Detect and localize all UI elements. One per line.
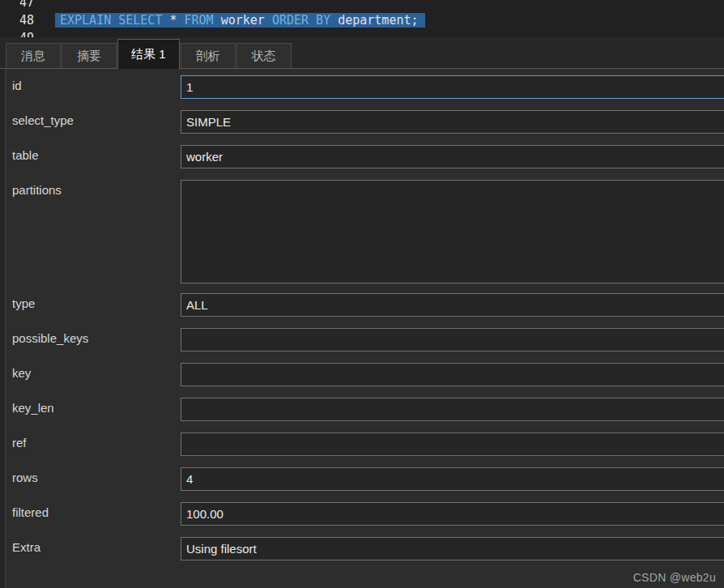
selected-sql-text: EXPLAIN SELECT * FROM worker ORDER BY de… — [55, 13, 425, 28]
tab-label: 剖析 — [196, 49, 220, 64]
field-label-filtered: filtered — [0, 502, 181, 519]
field-label-Extra: Extra — [0, 537, 181, 554]
field-label-rows: rows — [0, 467, 181, 484]
field-label-type: type — [0, 293, 181, 310]
filtered-value-input[interactable] — [181, 502, 724, 526]
field-label-id: id — [0, 75, 181, 92]
line-number: 47 — [0, 0, 42, 11]
ref-value-input[interactable] — [181, 432, 724, 456]
field-row-Extra: Extra — [0, 537, 724, 560]
tab-profile[interactable]: 剖析 — [181, 43, 236, 69]
tab-label: 摘要 — [77, 49, 101, 64]
field-row-ref: ref — [0, 432, 724, 456]
field-label-key: key — [0, 363, 181, 380]
select_type-value-input[interactable] — [181, 110, 724, 134]
tab-messages[interactable]: 消息 — [6, 43, 61, 69]
field-label-select_type: select_type — [0, 110, 181, 127]
key-value-input[interactable] — [181, 363, 724, 386]
code-line — [42, 0, 724, 11]
field-label-key_len: key_len — [0, 398, 181, 415]
tab-label: 结果 1 — [131, 47, 166, 62]
field-label-table: table — [0, 145, 181, 162]
tab-label: 状态 — [252, 49, 276, 64]
sql-token-plain: worker — [221, 13, 272, 28]
watermark: CSDN @web2u — [633, 571, 716, 584]
sql-token-keyword: ORDER BY — [272, 13, 338, 28]
editor-line-47[interactable]: 47 — [0, 0, 724, 11]
field-row-table: table — [0, 145, 724, 168]
field-label-partitions: partitions — [0, 180, 181, 197]
type-value-input[interactable] — [181, 293, 724, 317]
possible_keys-value-input[interactable] — [181, 328, 724, 352]
key_len-value-input[interactable] — [181, 398, 724, 421]
field-row-select_type: select_type — [0, 110, 724, 134]
field-row-possible_keys: possible_keys — [0, 328, 724, 352]
editor-lines: 4748EXPLAIN SELECT * FROM worker ORDER B… — [0, 0, 724, 37]
field-row-key: key — [0, 363, 724, 386]
editor-line-49[interactable]: 49 — [0, 29, 724, 37]
code-line — [42, 29, 724, 37]
field-row-id: id — [0, 75, 724, 99]
sql-token-keyword: EXPLAIN SELECT — [60, 13, 169, 28]
field-row-key_len: key_len — [0, 398, 724, 421]
field-row-filtered: filtered — [0, 502, 724, 526]
rows-value-input[interactable] — [181, 467, 724, 491]
sql-token-keyword: FROM — [185, 13, 221, 28]
field-label-ref: ref — [0, 432, 181, 450]
explain-field-list: idselect_typetablepartitionstypepossible… — [0, 69, 724, 572]
field-row-type: type — [0, 293, 724, 317]
editor-line-48[interactable]: 48EXPLAIN SELECT * FROM worker ORDER BY … — [0, 11, 724, 29]
field-row-partitions: partitions — [0, 180, 724, 283]
sql-editor[interactable]: 4748EXPLAIN SELECT * FROM worker ORDER B… — [0, 0, 724, 37]
line-number: 49 — [0, 29, 42, 37]
code-line: EXPLAIN SELECT * FROM worker ORDER BY de… — [42, 11, 724, 29]
field-label-possible_keys: possible_keys — [0, 328, 181, 345]
field-row-rows: rows — [0, 467, 724, 491]
results-tabbar: 消息摘要结果 1剖析状态 — [0, 37, 724, 69]
table-value-input[interactable] — [181, 145, 724, 168]
app-window: 4748EXPLAIN SELECT * FROM worker ORDER B… — [0, 0, 724, 588]
tab-label: 消息 — [21, 49, 45, 64]
tab-result-1[interactable]: 结果 1 — [117, 39, 180, 69]
line-number: 48 — [0, 11, 42, 29]
id-value-input[interactable] — [181, 75, 724, 99]
tab-summary[interactable]: 摘要 — [62, 43, 117, 69]
result-form-panel: idselect_typetablepartitionstypepossible… — [0, 69, 724, 588]
sql-token-plain: * — [169, 13, 184, 28]
Extra-value-input[interactable] — [181, 537, 724, 560]
tab-status[interactable]: 状态 — [236, 43, 292, 69]
sql-token-plain: department; — [338, 13, 418, 28]
partitions-value-input[interactable] — [181, 180, 724, 283]
